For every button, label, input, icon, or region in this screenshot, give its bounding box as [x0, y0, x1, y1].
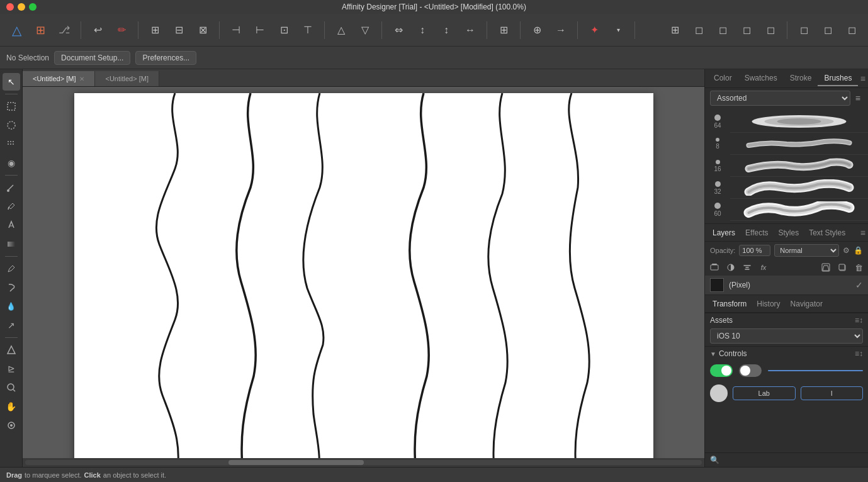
tab-stroke[interactable]: Stroke — [784, 71, 818, 86]
controls-menu-btn[interactable]: ≡↕ — [855, 349, 863, 358]
tab-transform[interactable]: Transform — [707, 298, 752, 310]
scrollbar-horizontal[interactable] — [23, 458, 704, 467]
tab-untitled-2[interactable]: <Untitled> [M] — [95, 71, 159, 86]
align-right-btn[interactable]: ⊡ — [273, 19, 295, 42]
distribute-v-btn[interactable]: ↕ — [411, 19, 434, 42]
ellipse-select-tool[interactable] — [3, 116, 20, 134]
smudge-tool[interactable]: ↗ — [3, 317, 20, 334]
geometry-btn[interactable]: → — [550, 19, 572, 42]
undo-btn[interactable]: ↩ — [86, 19, 109, 42]
canvas-container[interactable] — [23, 87, 704, 458]
assets-header[interactable]: Assets ≡↕ — [705, 313, 868, 327]
align-left-btn[interactable]: ⊣ — [225, 19, 247, 42]
brushes-panel-menu-btn[interactable]: ≡ — [853, 92, 863, 104]
ctrl-btn-label[interactable]: Lab — [733, 386, 796, 400]
tab-brushes[interactable]: Brushes — [818, 71, 858, 86]
ops-btn[interactable]: ⊞ — [492, 19, 515, 42]
grid-snap-btn[interactable]: ⊞ — [144, 19, 166, 42]
view-tool[interactable] — [3, 417, 20, 434]
distribute4-btn[interactable]: ↔ — [459, 19, 482, 42]
layer-group-icon[interactable] — [707, 261, 721, 274]
eyedropper-tool[interactable] — [3, 198, 20, 215]
mask-btn[interactable]: ◻ — [687, 19, 710, 42]
shape-tool[interactable] — [3, 341, 20, 359]
paint-brush-tool[interactable] — [3, 179, 20, 196]
tab-layers[interactable]: Layers — [707, 227, 740, 239]
assets-menu-btn[interactable]: ≡↕ — [855, 316, 863, 325]
pixel-persona-btn[interactable]: ✦ — [583, 19, 606, 42]
arrange-btn[interactable]: ⊕ — [526, 19, 548, 42]
preferences-btn[interactable]: Preferences... — [135, 51, 196, 65]
layer-delete-icon[interactable]: 🗑 — [852, 261, 865, 274]
distribute-h-btn[interactable]: ⇔ — [387, 19, 410, 42]
tab-swatches[interactable]: Swatches — [738, 71, 784, 86]
scroll-track-h[interactable] — [25, 460, 702, 465]
lasso-tool[interactable]: ◉ — [3, 154, 20, 172]
redo-btn[interactable]: ✏ — [110, 19, 133, 42]
scroll-thumb-h[interactable] — [228, 460, 364, 465]
align-btn[interactable]: ⊟ — [167, 19, 190, 42]
opacity-input[interactable] — [739, 245, 770, 256]
minimize-button[interactable] — [18, 3, 25, 11]
transform-btn[interactable]: ⊠ — [191, 19, 214, 42]
blend-mode-select[interactable]: Normal — [774, 244, 839, 257]
layer-adjust-icon[interactable] — [740, 261, 754, 274]
distribute3-btn[interactable]: ↕ — [435, 19, 458, 42]
flip-v-btn[interactable]: ▽ — [354, 19, 376, 42]
tab-styles[interactable]: Styles — [774, 227, 804, 239]
ctrl-btn-input[interactable]: I — [801, 386, 864, 400]
gear-icon[interactable]: ⚙ — [843, 246, 850, 255]
pixel-btn2[interactable]: ▾ — [607, 19, 629, 42]
share-icon-btn[interactable]: ⎇ — [53, 19, 76, 42]
toggle-off-2[interactable] — [739, 364, 762, 377]
freehand-select-tool[interactable] — [3, 135, 20, 153]
layer-row-pixel[interactable]: (Pixel) ✓ — [705, 276, 868, 294]
toggle-on-1[interactable] — [710, 364, 733, 377]
tab-untitled-1[interactable]: <Untitled> [M] ✕ — [23, 71, 95, 86]
layer-copy-icon[interactable] — [835, 261, 849, 274]
measure-tool[interactable]: ⊵ — [3, 360, 20, 378]
select-tool[interactable]: ↖ — [3, 73, 20, 91]
zoom-tool[interactable] — [3, 379, 20, 396]
close-button[interactable] — [6, 3, 14, 11]
tab-history[interactable]: History — [752, 298, 785, 310]
grid-icon-btn[interactable]: ⊞ — [29, 19, 52, 42]
symbols-btn[interactable]: ◻ — [711, 19, 734, 42]
gradient-tool[interactable] — [3, 235, 20, 253]
expand-btn[interactable]: ◻ — [735, 19, 758, 42]
flip-h-btn[interactable]: △ — [330, 19, 352, 42]
brush-preview-16[interactable] — [730, 155, 868, 177]
tab-text-styles[interactable]: Text Styles — [804, 227, 850, 239]
place-btn[interactable]: ⊞ — [663, 19, 686, 42]
brush-preview-60[interactable] — [730, 199, 868, 221]
align-center-btn[interactable]: ⊢ — [249, 19, 271, 42]
contract-btn[interactable]: ◻ — [759, 19, 782, 42]
lock-icon[interactable]: 🔒 — [854, 246, 863, 255]
assets-category-select[interactable]: iOS 10 — [710, 328, 863, 344]
brush-tool[interactable] — [3, 279, 20, 296]
search-input[interactable] — [722, 456, 863, 464]
hand-tool[interactable]: ✋ — [3, 398, 20, 415]
pencil-tool[interactable] — [3, 260, 20, 277]
tab-effects[interactable]: Effects — [740, 227, 773, 239]
layer-add-icon[interactable] — [819, 261, 833, 274]
tab-navigator[interactable]: Navigator — [786, 298, 828, 310]
publish-btn[interactable]: ◻ — [840, 19, 863, 42]
tab-1-close[interactable]: ✕ — [79, 76, 84, 82]
share-btn[interactable]: ◻ — [792, 19, 815, 42]
layers-panel-menu-icon[interactable]: ≡ — [860, 228, 865, 238]
layer-fx-icon[interactable]: fx — [757, 261, 770, 274]
brush-preview-8[interactable] — [730, 133, 868, 155]
brush-preview-32[interactable] — [730, 177, 868, 199]
export-btn[interactable]: ◻ — [816, 19, 839, 42]
rectangle-select-tool[interactable] — [3, 98, 20, 115]
fill-tool[interactable] — [3, 216, 20, 234]
water-color-tool[interactable]: 💧 — [3, 298, 20, 315]
document-setup-btn[interactable]: Document Setup... — [54, 51, 130, 65]
panel-top-menu-icon[interactable]: ≡ — [860, 74, 865, 84]
layer-mask-icon[interactable] — [724, 261, 738, 274]
tab-color[interactable]: Color — [707, 71, 738, 86]
brush-preview-64[interactable] — [730, 111, 868, 133]
brushes-category-select[interactable]: Assorted — [710, 91, 850, 106]
maximize-button[interactable] — [29, 3, 37, 11]
